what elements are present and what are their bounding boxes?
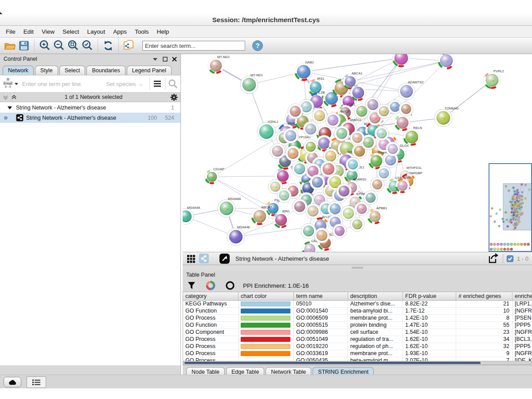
chevron-down-icon[interactable] bbox=[14, 82, 19, 86]
menu-edit[interactable]: Edit bbox=[20, 26, 38, 38]
table-hscrollbar[interactable] bbox=[183, 361, 532, 365]
table-row[interactable]: GO ProcessGO:0006509membrane prot...1.42… bbox=[183, 315, 532, 322]
species-hint[interactable]: Set species → bbox=[106, 81, 143, 87]
network-node[interactable] bbox=[332, 224, 347, 238]
network-node[interactable] bbox=[392, 54, 410, 67]
column-header-enriched-genes[interactable]: enriched genes bbox=[512, 292, 532, 300]
close-icon[interactable] bbox=[172, 57, 177, 62]
menu-layout[interactable]: Layout bbox=[83, 26, 110, 38]
table-row[interactable]: GO ProcessGO:0051049regulation of tra...… bbox=[183, 336, 532, 343]
options-menu-icon[interactable] bbox=[152, 79, 163, 89]
table-row[interactable]: KEGG Pathways05010Alzheimer's dise...8.8… bbox=[183, 301, 532, 308]
network-node[interactable] bbox=[375, 126, 389, 141]
rows-checkbox[interactable] bbox=[507, 255, 513, 262]
network-node[interactable] bbox=[334, 126, 349, 141]
copy-network-button[interactable] bbox=[122, 39, 136, 53]
share-network-icon[interactable] bbox=[199, 253, 209, 264]
cloud-button[interactable] bbox=[4, 377, 21, 387]
network-node[interactable] bbox=[270, 144, 285, 159]
gear-icon[interactable] bbox=[170, 94, 178, 101]
collapse-all-icon[interactable] bbox=[3, 94, 8, 100]
tab-select[interactable]: Select bbox=[59, 66, 86, 75]
tab-style[interactable]: Style bbox=[35, 66, 58, 75]
network-node-tomm40[interactable]: TOMM40 bbox=[434, 106, 458, 127]
tab-legend-panel[interactable]: Legend Panel bbox=[127, 66, 172, 75]
export-icon[interactable] bbox=[487, 253, 499, 264]
tree-row[interactable]: String Network - Alzheimer's disease1 bbox=[0, 102, 180, 113]
network-node[interactable] bbox=[350, 217, 364, 231]
expand-triangle-icon[interactable] bbox=[7, 106, 12, 110]
tree-row[interactable]: String Network - Alzheimer's disease1005… bbox=[0, 113, 180, 123]
search-input[interactable] bbox=[142, 41, 245, 51]
horizontal-splitter[interactable] bbox=[183, 265, 532, 270]
search-icon[interactable] bbox=[167, 78, 179, 89]
menu-select[interactable]: Select bbox=[59, 26, 83, 38]
menu-view[interactable]: View bbox=[38, 26, 59, 38]
column-header-description[interactable]: description bbox=[348, 292, 403, 300]
network-node-ms4a6a[interactable]: MS4A6A bbox=[218, 197, 241, 217]
network-node[interactable] bbox=[283, 128, 298, 143]
expand-all-icon[interactable] bbox=[11, 94, 17, 100]
maximize-icon[interactable] bbox=[163, 57, 168, 62]
network-node[interactable] bbox=[377, 166, 391, 180]
menu-apps[interactable]: Apps bbox=[109, 26, 131, 38]
help-button[interactable]: ? bbox=[252, 40, 263, 51]
zoom-out-button[interactable] bbox=[52, 39, 66, 53]
scrollbar-thumb[interactable] bbox=[184, 362, 481, 364]
column-header-category[interactable]: category bbox=[183, 292, 239, 300]
network-node-mt-nd1[interactable]: MT-ND1 bbox=[240, 73, 263, 94]
zoom-selected-button[interactable] bbox=[80, 39, 94, 53]
column-header--enriched-genes[interactable]: # enriched genes bbox=[456, 292, 512, 300]
table-row[interactable]: GO ProcessGO:0033619membrane prot...1.93… bbox=[183, 350, 532, 357]
menu-help[interactable]: Help bbox=[153, 26, 173, 38]
network-node[interactable] bbox=[346, 157, 360, 172]
network-node[interactable] bbox=[386, 142, 400, 156]
zoom-in-button[interactable] bbox=[38, 39, 52, 53]
network-canvas[interactable]: MT-ND2MT-ND1VSNL1GAB2IRS1IL1BTNFCHATABCA… bbox=[183, 54, 532, 252]
list-view-button[interactable] bbox=[27, 376, 46, 388]
network-node[interactable] bbox=[301, 223, 316, 239]
network-node-vsnl1[interactable]: VSNL1 bbox=[257, 120, 278, 141]
refresh-button[interactable] bbox=[101, 39, 115, 53]
network-node[interactable] bbox=[286, 146, 301, 161]
network-node-pvrl2[interactable]: PVRL2 bbox=[484, 69, 504, 89]
table-row[interactable]: GO FunctionGO:0001540beta-amyloid bi...1… bbox=[183, 308, 532, 315]
network-node[interactable] bbox=[304, 140, 318, 154]
menu-file[interactable]: File bbox=[2, 26, 20, 38]
zoom-fit-button[interactable] bbox=[66, 39, 80, 53]
table-row[interactable]: GO ComponentGO:0009986cell surface1.54E-… bbox=[183, 329, 532, 336]
tab-network[interactable]: Network bbox=[3, 66, 34, 75]
float-panel-icon[interactable] bbox=[152, 57, 158, 61]
network-node[interactable] bbox=[364, 191, 378, 205]
network-node-cd2ap[interactable]: CD2AP bbox=[205, 167, 224, 184]
network-node[interactable] bbox=[350, 131, 364, 145]
ring-chart-icon[interactable] bbox=[225, 281, 235, 290]
network-node[interactable] bbox=[336, 184, 352, 199]
network-node-gab2[interactable]: GAB2 bbox=[295, 60, 314, 81]
column-header-FDR-p-value[interactable]: FDR p-value bbox=[403, 292, 456, 300]
network-node[interactable] bbox=[312, 108, 327, 123]
filter-icon[interactable] bbox=[187, 281, 196, 290]
network-node-apbb1[interactable]: APBB1 bbox=[368, 206, 387, 224]
network-node[interactable] bbox=[325, 113, 340, 128]
network-node[interactable] bbox=[350, 85, 366, 101]
table-row[interactable]: GO ProcessGO:0019220regulation of ph...1… bbox=[183, 343, 532, 350]
column-header-term-name[interactable]: term name bbox=[294, 292, 348, 300]
network-node[interactable] bbox=[292, 199, 307, 214]
open-session-button[interactable] bbox=[3, 39, 17, 53]
network-node[interactable] bbox=[399, 102, 413, 116]
table-row[interactable]: GO ProcessGO:0050435beta-amyloid m...2.0… bbox=[183, 357, 532, 361]
network-node[interactable] bbox=[305, 203, 321, 219]
network-navigator[interactable] bbox=[489, 163, 532, 252]
network-node-mt-nd2[interactable]: MT-ND2 bbox=[208, 55, 230, 74]
table-row[interactable]: GO FunctionGO:0005515protein binding1.47… bbox=[183, 322, 532, 329]
string-logo-icon[interactable]: STRING bbox=[2, 77, 14, 90]
tab-boundaries[interactable]: Boundaries bbox=[86, 66, 125, 75]
chart-colors-icon[interactable] bbox=[206, 281, 215, 290]
network-node[interactable] bbox=[268, 180, 282, 194]
string-query-input[interactable] bbox=[19, 81, 106, 87]
network-node[interactable] bbox=[292, 161, 307, 176]
splitter-grip[interactable] bbox=[352, 267, 363, 269]
menu-tools[interactable]: Tools bbox=[131, 26, 153, 38]
save-session-button[interactable] bbox=[17, 39, 31, 53]
